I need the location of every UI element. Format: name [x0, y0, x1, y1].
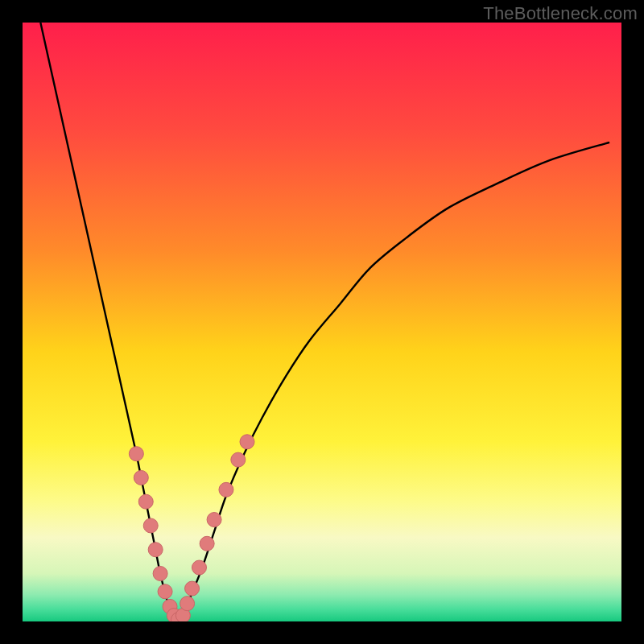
- marker-dot: [158, 584, 172, 599]
- marker-dot: [138, 494, 153, 509]
- marker-dot: [134, 470, 148, 485]
- marker-dot: [207, 513, 221, 527]
- marker-dot: [185, 581, 200, 596]
- plot-area: [23, 23, 621, 621]
- marker-dot: [200, 536, 214, 551]
- attribution-label: TheBottleneck.com: [483, 3, 638, 24]
- marker-dot: [240, 435, 254, 449]
- marker-dot: [231, 452, 246, 467]
- marker-dot: [153, 566, 167, 580]
- marker-dot: [129, 447, 143, 461]
- marker-dot: [180, 597, 195, 611]
- marker-dot: [148, 543, 163, 557]
- chart-svg: [23, 23, 621, 621]
- marker-dot: [219, 482, 233, 497]
- gradient-background: [23, 23, 621, 621]
- marker-dot: [192, 560, 206, 575]
- marker-dot: [143, 518, 158, 533]
- outer-frame: TheBottleneck.com: [0, 0, 644, 644]
